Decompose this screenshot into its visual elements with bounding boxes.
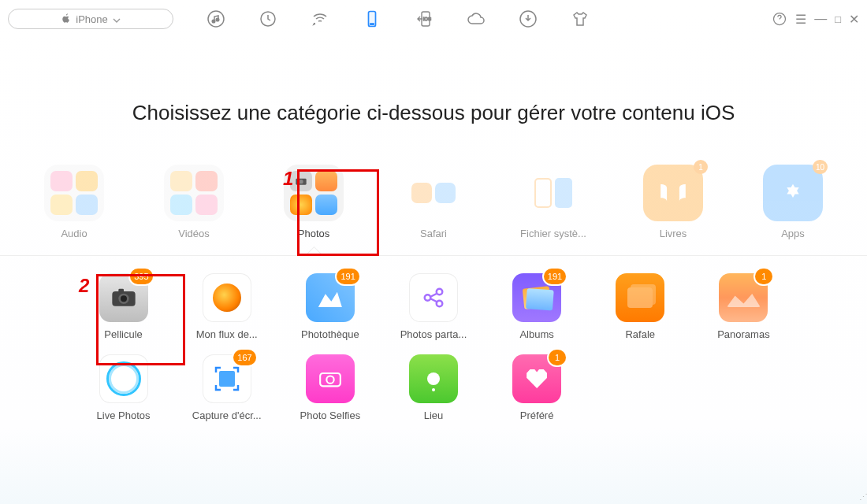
sub-label: Albums: [493, 328, 580, 340]
cloud-icon[interactable]: [465, 8, 487, 30]
sub-prefere[interactable]: 1 Préféré: [493, 354, 580, 421]
sub-albums[interactable]: 191 Albums: [493, 273, 580, 340]
tshirt-icon[interactable]: [569, 8, 591, 30]
sub-photo-selfies[interactable]: Photo Selfies: [287, 354, 374, 421]
svg-point-17: [437, 289, 443, 295]
resize-grip[interactable]: ⋰: [859, 492, 865, 502]
annotation-number-1: 1: [283, 168, 293, 190]
category-label: Audio: [35, 228, 113, 239]
category-videos[interactable]: Vidéos: [154, 165, 233, 239]
tool-icon-row: iOS: [205, 8, 591, 30]
toolbar: iPhone iOS ☰ — □ ✕: [0, 0, 867, 38]
sub-rafale[interactable]: Rafale: [597, 273, 683, 340]
sub-capture-ecran[interactable]: 167 Capture d'écr...: [184, 354, 270, 421]
count-badge: 1: [549, 350, 566, 365]
sub-label: Live Photos: [80, 410, 167, 421]
sub-label: Capture d'écr...: [184, 410, 270, 421]
music-icon[interactable]: [205, 8, 227, 30]
svg-point-2: [216, 18, 219, 21]
count-badge: 191: [544, 269, 566, 284]
sub-label: Mon flux de...: [184, 328, 270, 340]
maximize-icon[interactable]: □: [835, 13, 841, 25]
category-badge: 10: [813, 160, 828, 174]
window-controls: ☰ — □ ✕: [772, 8, 859, 30]
category-audio[interactable]: Audio: [35, 165, 113, 239]
category-label: Safari: [394, 228, 473, 239]
device-icon[interactable]: [361, 8, 383, 30]
sub-label: Préféré: [493, 410, 580, 421]
category-label: Vidéos: [154, 228, 233, 239]
annotation-number-2: 2: [79, 275, 89, 297]
device-selector[interactable]: iPhone: [8, 9, 173, 29]
device-name: iPhone: [76, 13, 107, 25]
apple-icon: [61, 13, 71, 26]
category-apps[interactable]: 10 Apps: [754, 165, 832, 239]
close-icon[interactable]: ✕: [849, 12, 859, 27]
chevron-down-icon: [113, 13, 121, 25]
svg-point-21: [326, 376, 333, 384]
category-badge: 1: [694, 160, 708, 174]
category-label: Livres: [634, 228, 713, 239]
sub-label: Photo Selfies: [287, 410, 374, 421]
category-row: Audio Vidéos Photos Safari Fichier s: [0, 165, 867, 256]
sub-label: Rafale: [597, 328, 683, 340]
help-icon[interactable]: [772, 8, 787, 30]
minimize-icon[interactable]: —: [814, 12, 827, 26]
svg-point-16: [425, 295, 431, 301]
history-icon[interactable]: [257, 8, 279, 30]
svg-rect-19: [219, 371, 235, 387]
count-badge: 191: [337, 269, 359, 284]
annotation-box-2: [96, 274, 185, 365]
to-ios-icon[interactable]: iOS: [413, 8, 435, 30]
category-system-files[interactable]: Fichier systè...: [514, 165, 593, 239]
svg-point-1: [212, 20, 215, 23]
sub-lieu[interactable]: Lieu: [390, 354, 477, 421]
category-label: Apps: [754, 228, 832, 239]
svg-point-18: [437, 301, 443, 307]
annotation-box-1: [297, 169, 379, 256]
menu-icon[interactable]: ☰: [795, 12, 806, 27]
wifi-backup-icon[interactable]: [309, 8, 331, 30]
download-icon[interactable]: [517, 8, 539, 30]
category-label: Fichier systè...: [514, 228, 593, 239]
svg-rect-5: [370, 24, 374, 24]
svg-text:iOS: iOS: [423, 17, 431, 21]
count-badge: 167: [233, 350, 255, 365]
sub-phototheque[interactable]: 191 Photothèque: [287, 273, 374, 340]
sub-panoramas[interactable]: 1 Panoramas: [700, 273, 787, 340]
category-safari[interactable]: Safari: [394, 165, 473, 239]
sub-label: Photos parta...: [390, 328, 477, 340]
sub-label: Photothèque: [287, 328, 374, 340]
sub-mon-flux[interactable]: Mon flux de...: [184, 273, 270, 340]
count-badge: 1: [755, 269, 772, 284]
sub-label: Lieu: [390, 410, 477, 421]
category-books[interactable]: 1 Livres: [634, 165, 713, 239]
sub-photos-partages[interactable]: Photos parta...: [390, 273, 477, 340]
page-title: Choisissez une catégorie ci-dessous pour…: [0, 101, 867, 125]
sub-label: Panoramas: [700, 328, 787, 340]
